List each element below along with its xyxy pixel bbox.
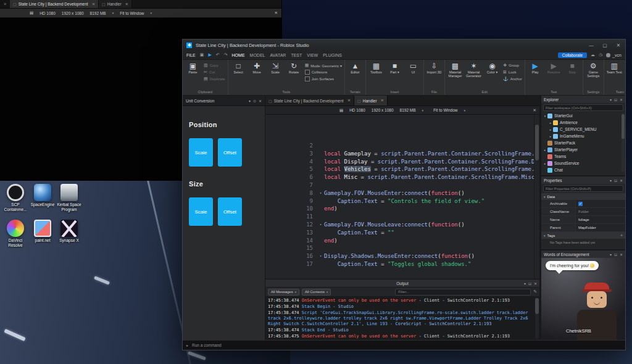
property-value[interactable]: foliage	[576, 216, 625, 223]
desktop-icon-synapse[interactable]: Synapse X	[56, 220, 83, 243]
size-offset-button[interactable]: Offset	[218, 197, 242, 226]
collaborate-button[interactable]: Collaborate	[558, 52, 587, 58]
redo-icon[interactable]: ↷	[224, 52, 228, 57]
close-icon[interactable]: ✕	[275, 10, 278, 15]
property-value[interactable]: MapFolder	[576, 224, 625, 231]
titlebar[interactable]: State Line City | Backend Development - …	[183, 39, 625, 51]
user-chip[interactable]: _vcn	[606, 53, 622, 57]
bgw-tab-handler[interactable]: ▢Handler✕	[99, 0, 132, 8]
file-menu[interactable]: FILE	[186, 53, 196, 57]
code-line[interactable]: 13 Caption.Text = ""	[265, 229, 534, 237]
all-messages-dropdown[interactable]: All Messages▾	[268, 289, 299, 296]
output-entry[interactable]: 17:45:38.474 Script 'CoreGui.TrackSnapGu…	[268, 310, 532, 327]
explorer-item-startergui[interactable]: ▾StarterGui	[541, 112, 625, 119]
float-icon[interactable]: ⊡	[528, 281, 531, 286]
tab-close-icon[interactable]: ✕	[347, 98, 351, 103]
memory-label[interactable]: 8192 MB	[90, 11, 106, 15]
explorer-filter-input[interactable]	[543, 104, 623, 111]
fold-marker-icon[interactable]: ▾	[317, 189, 324, 197]
fold-marker-icon[interactable]: ▾	[317, 252, 324, 260]
close-icon[interactable]: ✕	[534, 281, 537, 286]
code-line[interactable]: 14end)	[265, 237, 534, 245]
ribbon-part-button[interactable]: ■Part ▾	[386, 60, 404, 74]
woe-header[interactable]: Words of Encouragement ▾ ⊡ ✕	[541, 250, 625, 258]
close-button[interactable]: ✕	[612, 39, 625, 51]
menu-icon[interactable]: ≡	[0, 0, 10, 8]
desktop-icon-scp[interactable]: SCP Containme...	[2, 184, 29, 212]
ribbon-import-3d-button[interactable]: ⇩Import 3D	[425, 60, 443, 74]
code-line[interactable]: 3local Gameplay = script.Parent.Parent.C…	[265, 150, 534, 158]
menu-tab-plugins[interactable]: PLUGINS	[323, 53, 342, 57]
explorer-item-chat[interactable]: Chat	[541, 167, 625, 173]
close-icon[interactable]: ✕	[620, 178, 623, 183]
scrollbar-thumb[interactable]	[535, 125, 539, 160]
doc-tab-state-line-city-backend-development[interactable]: ▢State Line City | Backend Development✕	[265, 96, 354, 105]
close-icon[interactable]: ✕	[259, 99, 262, 103]
fit-to-window-dropdown[interactable]: Fit to Window	[120, 11, 144, 15]
ribbon-game-settings-button[interactable]: ⚙Game Settings	[584, 60, 602, 78]
size-scale-button[interactable]: Scale	[189, 197, 213, 226]
menu-tab-test[interactable]: TEST	[291, 53, 302, 57]
scrollbar-thumb[interactable]	[535, 298, 539, 314]
all-contexts-dropdown[interactable]: All Contexts▾	[302, 289, 331, 296]
explorer-item-starterplayer[interactable]: ▸StarterPlayer	[541, 146, 625, 153]
unit-conversion-header[interactable]: Unit Conversion ▾ ⊙ ✕	[183, 96, 265, 106]
menu-tab-avatar[interactable]: AVATAR	[270, 53, 286, 57]
property-value[interactable]: ✓	[576, 200, 625, 207]
code-line[interactable]: 7	[265, 181, 534, 189]
ribbon-lock-button[interactable]: ⊠Lock	[503, 70, 522, 75]
ribbon-anchor-button[interactable]: ⚓Anchor	[503, 77, 522, 81]
script-editor[interactable]: 23local Gameplay = script.Parent.Parent.…	[265, 115, 539, 279]
edit-log-icon[interactable]: ✎	[533, 289, 537, 294]
desktop-icon-paintnet[interactable]: paint.net	[29, 220, 56, 243]
code-line[interactable]: 5local Vehicles = script.Parent.Parent.C…	[265, 165, 534, 173]
code-line[interactable]: 17 Caption.Text = "Toggles global shadow…	[265, 260, 534, 268]
collapse-icon[interactable]: ▾	[610, 97, 612, 102]
close-icon[interactable]: ✕	[620, 252, 623, 257]
pin-icon[interactable]: ⊙	[253, 99, 256, 103]
close-icon[interactable]: ✕	[620, 97, 623, 102]
ribbon-collisions-button[interactable]: Collisions	[305, 70, 342, 75]
ribbon-move-button[interactable]: ✚Move	[248, 60, 266, 74]
expand-arrow-icon[interactable]: ▸	[548, 128, 553, 131]
expand-arrow-icon[interactable]: ▸	[548, 121, 553, 125]
collapse-arrow-icon[interactable]: ▾	[543, 114, 547, 118]
ribbon-cut-button[interactable]: ✂Cut	[204, 70, 225, 75]
tab-close-icon[interactable]: ✕	[381, 98, 384, 103]
ribbon-select-button[interactable]: □Select	[230, 60, 247, 74]
ribbon-team-test-button[interactable]: ▥Team Test	[605, 60, 623, 74]
ribbon-stop-button[interactable]: ■Stop	[563, 60, 581, 74]
explorer-item-c-service-menu[interactable]: ▸C_SERVICE_MENU	[541, 126, 625, 133]
explorer-header[interactable]: Explorer ▾ ⊡ ✕	[541, 96, 625, 103]
code-line[interactable]: 16▾Display.Shadows.MouseEnter:connect(fu…	[265, 252, 534, 260]
expand-arrow-icon[interactable]: ▸	[543, 162, 547, 165]
ribbon-resume-button[interactable]: ▶Resume	[545, 60, 563, 74]
ribbon-duplicate-button[interactable]: ▤Duplicate	[204, 77, 225, 81]
fold-marker-icon[interactable]: ▾	[317, 221, 324, 229]
checkbox-checked[interactable]: ✓	[578, 202, 583, 206]
ribbon-copy-button[interactable]: ▥Copy	[204, 63, 225, 68]
code-line[interactable]: 6local Misc = script.Parent.Parent.Conta…	[265, 173, 534, 181]
collapse-icon[interactable]: ▾	[610, 178, 612, 183]
collapse-icon[interactable]: ▾	[249, 99, 251, 103]
tags-section-header[interactable]: ▾ Tags +	[541, 232, 625, 239]
cloud-icon[interactable]: ☁	[591, 52, 595, 57]
collapse-icon[interactable]: ▾	[524, 281, 526, 286]
code-line[interactable]: 15	[265, 244, 534, 252]
checkbox[interactable]	[305, 77, 310, 81]
properties-header[interactable]: Properties ▾ ⊡ ✕	[541, 176, 625, 184]
code-line[interactable]: 8▾Gameplay.FOV.MouseEnter:connect(functi…	[265, 189, 534, 197]
explorer-scrollbar[interactable]	[622, 113, 625, 172]
checkbox[interactable]	[305, 70, 310, 75]
doc-tab-handler[interactable]: ▢Handler✕	[354, 96, 388, 105]
code-line[interactable]: 10end)	[265, 205, 534, 213]
data-section-header[interactable]: ▾ Data	[541, 193, 625, 200]
collapse-icon[interactable]: ▾	[610, 252, 612, 257]
float-icon[interactable]: ⊡	[614, 178, 617, 183]
float-icon[interactable]: ⊡	[614, 252, 617, 257]
explorer-item-soundservice[interactable]: ▸SoundService	[541, 160, 625, 167]
ribbon-material-generator-button[interactable]: ✶Material Generator	[465, 60, 483, 78]
ribbon-join-surfaces-button[interactable]: Join Surfaces	[305, 77, 342, 81]
explorer-item-teams[interactable]: Teams	[541, 153, 625, 160]
ribbon-color-button[interactable]: ◉Color ▾	[483, 60, 501, 74]
